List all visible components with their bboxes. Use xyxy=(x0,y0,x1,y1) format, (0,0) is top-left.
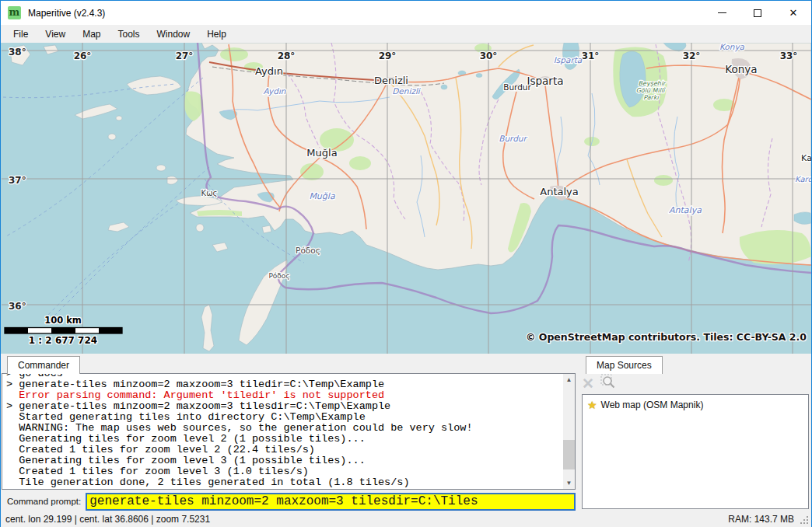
bottom-panels: Commander > go docs> generate-tiles minz… xyxy=(1,354,811,511)
map-source-item[interactable]: ★Web map (OSM Mapnik) xyxy=(585,399,806,411)
resize-grip[interactable] xyxy=(800,515,810,525)
map-label: Muğla xyxy=(309,191,335,201)
console-line: > generate-tiles minzoom=2 maxzoom=3 til… xyxy=(6,401,562,412)
map-label: Parkı xyxy=(643,94,659,101)
map-label: Antalya xyxy=(669,205,702,215)
map-label: 26° xyxy=(74,51,92,61)
command-prompt-row: Command prompt: xyxy=(1,492,576,511)
scroll-down-icon[interactable]: ▼ xyxy=(563,477,575,489)
menu-help[interactable]: Help xyxy=(198,26,235,43)
menu-map[interactable]: Map xyxy=(74,26,109,43)
console-line: Started generating tiles into directory … xyxy=(6,412,562,423)
map-label: 30° xyxy=(480,51,498,61)
map-sources-tab-row: Map Sources xyxy=(577,354,811,374)
console-line: > generate-tiles minzoom=2 maxzoom=3 til… xyxy=(6,379,562,390)
menu-window[interactable]: Window xyxy=(149,26,199,43)
map-canvas: 26°27°28°29°30°31°32°33°38°37°36° AydınD… xyxy=(1,43,811,354)
window-controls: ✕ xyxy=(704,1,811,25)
maximize-icon xyxy=(754,9,761,17)
title-bar[interactable]: m Maperitive (v2.4.3) ✕ xyxy=(1,1,811,25)
console-output[interactable]: > go docs> generate-tiles minzoom=2 maxz… xyxy=(2,373,576,490)
minimize-button[interactable] xyxy=(704,1,740,25)
scroll-thumb[interactable] xyxy=(563,440,575,469)
close-icon: ✕ xyxy=(789,8,798,18)
menu-tools[interactable]: Tools xyxy=(109,26,148,43)
menu-file[interactable]: File xyxy=(5,26,37,43)
console-line: Generating tiles for zoom level 3 (1 pos… xyxy=(6,455,562,466)
map-label: Karc xyxy=(795,175,811,183)
map-label: Aydın xyxy=(264,86,286,96)
map-label: Isparta xyxy=(554,55,583,65)
map-viewport[interactable]: 26°27°28°29°30°31°32°33°38°37°36° AydınD… xyxy=(1,43,811,354)
map-label: Ρόδος xyxy=(296,246,320,255)
map-label: Muğla xyxy=(306,147,337,159)
commander-tab-row: Commander xyxy=(1,354,577,374)
status-ram: RAM: 143.7 MB xyxy=(728,514,794,525)
map-label: 37° xyxy=(9,175,26,186)
command-prompt-input[interactable] xyxy=(86,493,576,511)
commander-panel: Commander > go docs> generate-tiles minz… xyxy=(1,354,577,511)
minimize-icon xyxy=(718,12,726,13)
zoom-to-source-icon[interactable] xyxy=(600,374,617,393)
console-line: Generating tiles for zoom level 2 (1 pos… xyxy=(6,434,562,445)
menu-bar: FileViewMapToolsWindowHelp xyxy=(1,25,811,43)
map-label: Denizli xyxy=(392,86,421,96)
map-label: Ρόδος xyxy=(268,272,289,280)
app-icon: m xyxy=(8,6,21,19)
map-label: Κως xyxy=(201,189,218,197)
window-title: Maperitive (v2.4.3) xyxy=(28,8,105,19)
maperitive-window: m Maperitive (v2.4.3) ✕ FileViewMapTools… xyxy=(0,0,812,527)
map-label: 28° xyxy=(278,51,296,61)
star-icon: ★ xyxy=(587,399,597,411)
menu-view[interactable]: View xyxy=(37,26,74,43)
command-prompt-label: Command prompt: xyxy=(1,497,86,506)
map-label: 33° xyxy=(780,51,798,61)
map-sources-panel: Map Sources ✕ ★Web map (OSM Mapnik) xyxy=(577,354,811,511)
map-label: Beyşehir xyxy=(639,80,667,87)
map-sources-toolbar: ✕ xyxy=(582,374,617,393)
map-source-label: Web map (OSM Mapnik) xyxy=(601,400,704,410)
console-line: Error parsing command: Argument 'tiledir… xyxy=(6,390,562,401)
status-coordinates: cent. lon 29.199 | cent. lat 36.8606 | z… xyxy=(5,514,210,525)
console-scrollbar[interactable]: ▲ ▼ xyxy=(563,374,575,489)
map-label: Konya xyxy=(719,43,745,52)
map-label: Konya xyxy=(725,63,757,75)
console-line: Created 1 tiles for zoom level 3 (1.0 ti… xyxy=(6,466,562,477)
scroll-up-icon[interactable]: ▲ xyxy=(563,374,575,386)
tab-commander[interactable]: Commander xyxy=(7,356,80,374)
close-button[interactable]: ✕ xyxy=(775,1,811,25)
map-label: Isparta xyxy=(527,75,564,87)
map-label: Antalya xyxy=(540,186,578,197)
map-label: 32° xyxy=(683,51,701,61)
map-label: Aydın xyxy=(255,65,283,77)
map-label: 29° xyxy=(379,51,397,61)
map-label: Burdur xyxy=(499,134,527,143)
maximize-button[interactable] xyxy=(740,1,775,25)
tab-map-sources[interactable]: Map Sources xyxy=(586,356,663,374)
console-line: Tile generation done, 2 tiles generated … xyxy=(6,477,562,488)
remove-source-icon[interactable]: ✕ xyxy=(582,376,594,391)
console-line: Created 1 tiles for zoom level 2 (22.4 t… xyxy=(6,445,562,455)
map-label: Gölü Millî xyxy=(636,87,667,94)
map-label: Denizli xyxy=(374,75,408,86)
map-attribution: © OpenStreetMap contributors. Tiles: CC-… xyxy=(526,331,807,343)
console-lines: > go docs> generate-tiles minzoom=2 maxz… xyxy=(6,373,562,488)
status-bar: cent. lon 29.199 | cent. lat 36.8606 | z… xyxy=(1,511,811,527)
console-line: WARNING: The map uses web sources, so th… xyxy=(6,423,562,434)
map-label: 31° xyxy=(582,51,600,61)
map-label: 36° xyxy=(9,301,26,312)
map-label: 38° xyxy=(9,47,26,58)
map-sources-list: ★Web map (OSM Mapnik) xyxy=(582,394,809,509)
map-label: 27° xyxy=(176,51,194,61)
map-label: Burdur xyxy=(503,82,531,92)
scale-ratio-label: 1 : 2 677 724 xyxy=(29,335,97,346)
map-label: Ka xyxy=(801,153,811,163)
scale-distance-label: 100 km xyxy=(44,315,82,326)
